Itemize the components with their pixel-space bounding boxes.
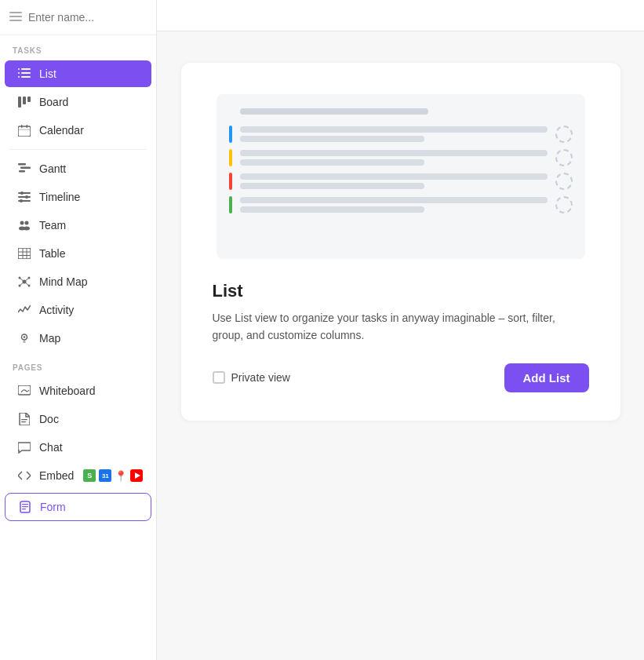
svg-rect-51 <box>22 506 28 507</box>
sidebar-item-timeline[interactable]: Timeline <box>5 184 151 210</box>
svg-rect-13 <box>18 126 31 137</box>
line-4b <box>240 206 424 213</box>
menu-icon <box>9 12 22 23</box>
team-icon <box>17 220 31 231</box>
list-info-card: List Use List view to organize your task… <box>181 63 620 421</box>
sidebar-item-doc-label: Doc <box>39 413 59 425</box>
sidebar-item-activity-label: Activity <box>39 304 74 316</box>
google-calendar-icon: 31 <box>99 469 111 482</box>
sidebar-header <box>0 0 156 35</box>
line-1b <box>240 136 424 142</box>
sidebar-item-list[interactable]: List <box>5 60 151 87</box>
row-circle-2 <box>555 149 573 166</box>
sidebar-item-map-label: Map <box>39 332 60 345</box>
sidebar-item-mindmap[interactable]: Mind Map <box>5 268 151 295</box>
sidebar-item-embed-label: Embed <box>39 469 74 482</box>
activity-icon <box>17 304 31 315</box>
svg-rect-52 <box>22 509 26 509</box>
sidebar-item-gantt[interactable]: Gantt <box>5 155 151 182</box>
svg-rect-30 <box>18 248 31 259</box>
sidebar-item-activity[interactable]: Activity <box>5 297 151 323</box>
sidebar-item-calendar[interactable]: Calendar <box>5 117 151 144</box>
tasks-section-label: TASKS <box>0 35 156 60</box>
sidebar-item-form[interactable]: Form <box>5 493 151 521</box>
line-3b <box>240 183 424 189</box>
main-content: List Use List view to organize your task… <box>157 0 644 660</box>
sidebar-item-team[interactable]: Team <box>5 212 151 239</box>
row-circle-1 <box>555 126 573 143</box>
board-icon <box>17 97 31 108</box>
svg-rect-20 <box>18 192 31 194</box>
svg-line-41 <box>24 278 29 282</box>
color-bar-green <box>229 196 232 213</box>
private-view-label[interactable]: Private view <box>213 371 290 384</box>
list-icon <box>17 68 31 79</box>
divider-1 <box>9 149 147 150</box>
svg-rect-4 <box>21 68 31 70</box>
sidebar-item-board[interactable]: Board <box>5 89 151 115</box>
sidebar-item-whiteboard[interactable]: Whiteboard <box>5 377 151 404</box>
private-view-checkbox[interactable] <box>213 371 225 384</box>
card-title: List <box>213 281 243 301</box>
timeline-icon <box>17 191 31 202</box>
calendar-icon <box>17 125 31 137</box>
svg-rect-12 <box>27 97 31 102</box>
svg-rect-21 <box>18 196 31 198</box>
svg-rect-50 <box>22 504 28 505</box>
svg-point-24 <box>25 195 28 199</box>
svg-line-40 <box>20 278 24 282</box>
google-sheets-icon: S <box>83 469 96 482</box>
svg-rect-14 <box>21 125 23 128</box>
svg-rect-47 <box>21 419 27 420</box>
row-lines-3 <box>240 173 548 189</box>
svg-rect-16 <box>18 129 31 129</box>
sidebar-item-table[interactable]: Table <box>5 240 151 267</box>
sidebar-item-chat[interactable]: Chat <box>5 434 151 461</box>
sidebar-item-map[interactable]: Map <box>5 325 151 352</box>
svg-rect-7 <box>18 72 20 74</box>
sidebar-item-list-label: List <box>39 67 56 80</box>
youtube-icon <box>130 469 143 482</box>
sidebar-item-chat-label: Chat <box>39 441 63 454</box>
card-actions: Private view Add List <box>213 363 589 392</box>
embed-service-icons: S 31 📍 <box>83 469 143 482</box>
line-1a <box>240 126 548 133</box>
mindmap-icon <box>17 276 31 287</box>
table-icon <box>17 248 31 259</box>
svg-rect-1 <box>9 16 22 17</box>
line-4a <box>240 197 548 203</box>
embed-icon <box>17 470 31 481</box>
color-bar-yellow <box>229 149 232 166</box>
content-area: List Use List view to organize your task… <box>157 31 644 660</box>
svg-rect-17 <box>18 163 26 166</box>
svg-rect-19 <box>19 170 25 173</box>
form-icon <box>18 501 32 513</box>
name-input[interactable] <box>28 11 147 24</box>
svg-point-27 <box>25 221 29 225</box>
line-2a <box>240 150 548 156</box>
sidebar-item-embed[interactable]: Embed S 31 📍 <box>5 462 151 489</box>
add-list-button[interactable]: Add List <box>504 363 589 392</box>
sidebar-item-form-label: Form <box>40 501 66 513</box>
svg-line-43 <box>24 282 29 286</box>
svg-point-29 <box>24 227 30 231</box>
map-icon <box>17 333 31 344</box>
preview-row-3 <box>229 173 573 190</box>
preview-header-line <box>240 108 429 115</box>
google-maps-icon: 📍 <box>115 469 127 482</box>
list-preview-illustration <box>216 94 585 259</box>
line-2b <box>240 159 424 166</box>
sidebar-item-board-label: Board <box>39 96 68 108</box>
gantt-icon <box>17 163 31 174</box>
svg-point-26 <box>20 221 24 225</box>
sidebar-item-doc[interactable]: Doc <box>5 406 151 432</box>
row-circle-3 <box>555 173 573 190</box>
svg-rect-48 <box>21 421 26 422</box>
preview-row-4 <box>229 196 573 213</box>
color-bar-blue <box>229 126 232 143</box>
private-view-text: Private view <box>231 371 290 384</box>
svg-rect-9 <box>18 76 20 78</box>
sidebar-item-table-label: Table <box>39 247 65 260</box>
sidebar-item-timeline-label: Timeline <box>39 191 80 203</box>
sidebar-item-gantt-label: Gantt <box>39 162 66 175</box>
